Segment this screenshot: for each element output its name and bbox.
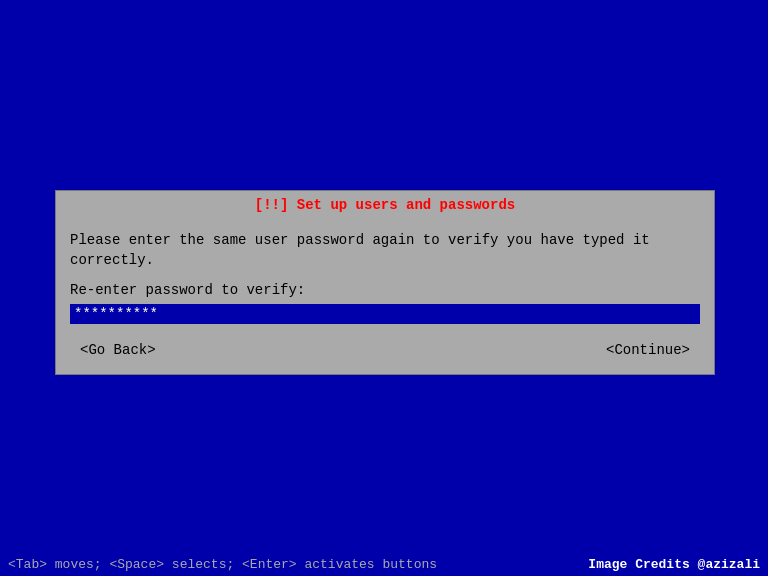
status-bar: <Tab> moves; <Space> selects; <Enter> ac… <box>0 553 768 576</box>
go-back-button[interactable]: <Go Back> <box>74 340 162 360</box>
dialog-title-wrapper: ———————— [!!] Set up users and passwords… <box>56 191 714 213</box>
status-hint: <Tab> moves; <Space> selects; <Enter> ac… <box>8 557 437 572</box>
image-credits: Image Credits @azizali <box>588 557 760 572</box>
title-right-dashes: ———————— <box>519 197 578 213</box>
dialog-title-line: ———————— [!!] Set up users and passwords… <box>192 197 579 213</box>
password-input[interactable] <box>70 304 700 324</box>
description-text: Please enter the same user password agai… <box>70 231 700 270</box>
dialog-title: [!!] Set up users and passwords <box>251 197 519 213</box>
password-field-container[interactable] <box>70 304 700 324</box>
dialog-inner: Please enter the same user password agai… <box>56 215 714 374</box>
continue-button[interactable]: <Continue> <box>600 340 696 360</box>
label-text: Re-enter password to verify: <box>70 282 700 298</box>
title-left-dashes: ———————— <box>192 197 251 213</box>
button-row: <Go Back> <Continue> <box>70 340 700 360</box>
main-dialog: ———————— [!!] Set up users and passwords… <box>55 190 715 375</box>
